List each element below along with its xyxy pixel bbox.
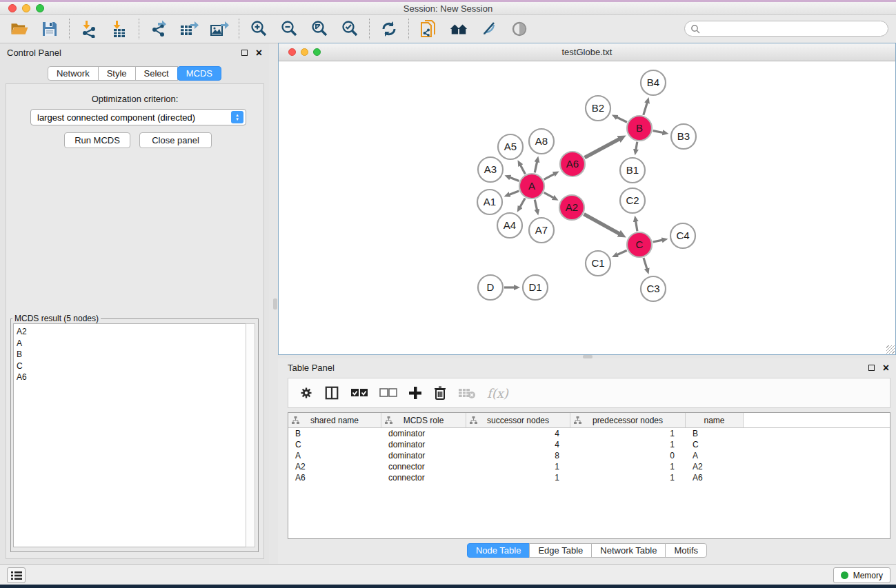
export-network-button[interactable]: [149, 19, 168, 39]
save-session-button[interactable]: [40, 19, 59, 39]
table-cell[interactable]: A: [686, 451, 744, 460]
table-row[interactable]: Cdominator41C: [288, 439, 890, 450]
graph-edge-A2-C[interactable]: [584, 214, 620, 234]
graph-edge-C-C2[interactable]: [636, 221, 637, 232]
mcds-result-scrollbar[interactable]: [246, 323, 255, 547]
close-table-panel-icon[interactable]: ×: [883, 365, 889, 371]
graph-edge-C-C4[interactable]: [653, 240, 663, 242]
mcds-result-item[interactable]: A: [17, 338, 246, 349]
new-network-from-selection-button[interactable]: [419, 19, 438, 39]
table-row[interactable]: A6connector11A6: [288, 472, 890, 483]
table-row[interactable]: Adominator80A: [288, 450, 890, 461]
table-cell[interactable]: B: [288, 429, 381, 438]
export-image-button[interactable]: [210, 19, 229, 39]
zoom-selected-button[interactable]: [340, 19, 359, 39]
table-cell[interactable]: dominator: [381, 440, 466, 449]
table-cell[interactable]: connector: [381, 473, 466, 483]
refresh-button[interactable]: [379, 19, 399, 39]
graph-edge-A-A1[interactable]: [509, 191, 519, 194]
float-table-panel-icon[interactable]: [868, 365, 875, 371]
table-cell[interactable]: 1: [466, 473, 570, 483]
table-cell[interactable]: A: [288, 451, 381, 460]
table-cell[interactable]: 1: [466, 462, 570, 472]
add-column-button[interactable]: [408, 386, 422, 400]
graph-edge-B-B1[interactable]: [636, 142, 637, 150]
table-cell[interactable]: 8: [466, 451, 570, 460]
table-cell[interactable]: 4: [466, 440, 570, 449]
table-settings-button[interactable]: [299, 386, 313, 400]
graph-edge-B-B4[interactable]: [644, 103, 647, 115]
table-cell[interactable]: A2: [288, 462, 381, 472]
task-history-button[interactable]: [7, 567, 26, 583]
delete-table-button[interactable]: [458, 387, 476, 399]
search-field[interactable]: [684, 21, 888, 37]
select-all-columns-button[interactable]: [350, 388, 368, 398]
delete-column-button[interactable]: [433, 385, 447, 401]
graph-edge-A-A6[interactable]: [544, 174, 555, 179]
table-cell[interactable]: 0: [570, 451, 686, 460]
run-mcds-button[interactable]: Run MCDS: [64, 132, 130, 148]
column-header-name[interactable]: name: [686, 413, 744, 427]
table-cell[interactable]: dominator: [381, 429, 466, 438]
graph-edge-C-C1[interactable]: [617, 250, 626, 254]
open-session-button[interactable]: [10, 19, 29, 39]
zoom-out-button[interactable]: [279, 19, 299, 39]
mcds-result-list[interactable]: A2ABCA6: [13, 323, 246, 547]
column-header-MCDS-role[interactable]: MCDS role: [381, 413, 466, 427]
column-header-successor-nodes[interactable]: successor nodes: [466, 413, 570, 427]
function-builder-button[interactable]: f(x): [487, 386, 508, 401]
mcds-result-item[interactable]: A6: [17, 372, 246, 383]
table-cell[interactable]: 4: [466, 429, 570, 438]
node-table[interactable]: shared nameMCDS rolesuccessor nodesprede…: [288, 412, 890, 539]
hide-labels-button[interactable]: [479, 19, 499, 39]
search-input[interactable]: [700, 24, 873, 34]
table-cell[interactable]: 1: [570, 429, 686, 438]
tab-edge-table[interactable]: Edge Table: [529, 543, 592, 558]
column-header-predecessor-nodes[interactable]: predecessor nodes: [570, 413, 686, 427]
table-cell[interactable]: C: [288, 440, 381, 449]
tab-network-table[interactable]: Network Table: [591, 543, 666, 558]
table-row[interactable]: A2connector11A2: [288, 461, 890, 472]
import-network-button[interactable]: [79, 19, 99, 39]
graph-edge-A6-B[interactable]: [585, 139, 619, 158]
tab-style[interactable]: Style: [98, 66, 136, 81]
table-cell[interactable]: A2: [686, 462, 744, 472]
table-cell[interactable]: dominator: [381, 451, 466, 460]
graph-edge-B-B3[interactable]: [653, 131, 664, 133]
graph-edge-A-A4[interactable]: [520, 198, 526, 207]
mcds-result-item[interactable]: A2: [17, 326, 246, 338]
tab-node-table[interactable]: Node Table: [467, 543, 530, 558]
network-window-titlebar[interactable]: testGlobe.txt: [279, 43, 895, 61]
table-cell[interactable]: connector: [381, 462, 466, 472]
vertical-splitter-handle[interactable]: [273, 298, 277, 310]
network-graph-canvas[interactable]: AA1A2A3A4A5A6A7A8BB1B2B3B4CC1C2C3C4DD1: [279, 61, 895, 354]
show-columns-button[interactable]: [324, 385, 339, 401]
export-table-button[interactable]: [179, 19, 199, 39]
network-resize-handle[interactable]: [886, 345, 895, 354]
main-titlebar[interactable]: Session: New Session: [0, 2, 896, 15]
graph-edge-A-A7[interactable]: [535, 200, 537, 210]
table-cell[interactable]: C: [686, 440, 744, 449]
table-row[interactable]: Bdominator41B: [288, 428, 890, 439]
close-panel-button[interactable]: Close panel: [139, 132, 212, 148]
table-cell[interactable]: A6: [686, 473, 744, 483]
table-cell[interactable]: A6: [288, 473, 381, 483]
table-cell[interactable]: 1: [570, 473, 686, 483]
float-panel-icon[interactable]: [241, 50, 248, 56]
table-cell[interactable]: B: [686, 429, 744, 438]
import-table-button[interactable]: [110, 19, 129, 39]
tab-motifs[interactable]: Motifs: [665, 543, 707, 558]
tab-network[interactable]: Network: [48, 66, 99, 81]
graph-edge-C-C3[interactable]: [644, 258, 647, 269]
show-graphics-details-button[interactable]: [510, 19, 529, 39]
zoom-fit-button[interactable]: [310, 19, 329, 39]
graph-edge-A-A2[interactable]: [544, 192, 554, 197]
table-cell[interactable]: 1: [570, 462, 686, 472]
graph-edge-A-A5[interactable]: [520, 165, 525, 174]
column-header-shared-name[interactable]: shared name: [288, 413, 381, 427]
zoom-in-button[interactable]: [249, 19, 268, 39]
mcds-result-item[interactable]: B: [17, 349, 246, 361]
tab-select[interactable]: Select: [135, 66, 178, 81]
tab-mcds[interactable]: MCDS: [177, 66, 221, 81]
graph-edge-A-A8[interactable]: [535, 161, 537, 172]
